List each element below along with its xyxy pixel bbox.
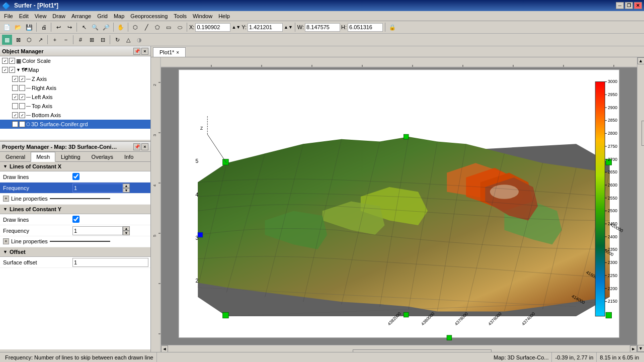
- scrollbar-h-left[interactable]: ◄: [161, 345, 168, 352]
- x-input[interactable]: [195, 23, 230, 32]
- add-layer-button[interactable]: +: [50, 35, 60, 45]
- map-contour-button[interactable]: ⊠: [13, 35, 23, 45]
- section-x-toggle[interactable]: ▼: [3, 164, 8, 169]
- scrollbar-horizontal[interactable]: ◄ ►: [161, 345, 637, 352]
- map-expand-icon[interactable]: ▼: [16, 67, 21, 72]
- tree-item-leftaxis[interactable]: — Left Axis: [0, 93, 150, 102]
- scrollbar-vertical[interactable]: ▲ ▼: [637, 57, 644, 352]
- frequency-y-up[interactable]: ▲: [123, 226, 130, 231]
- colorscale-check[interactable]: [9, 58, 15, 64]
- rightaxis-check[interactable]: [19, 85, 25, 91]
- leftaxis-vis-check[interactable]: [12, 94, 18, 100]
- titlebar-controls[interactable]: ─ ❐ ✕: [616, 2, 642, 9]
- line-props-y[interactable]: + Line properties: [0, 236, 150, 247]
- poly-button[interactable]: ⬠: [152, 22, 163, 32]
- pan-button[interactable]: ✋: [116, 22, 126, 32]
- obj-mgr-close-btn[interactable]: ×: [141, 48, 148, 55]
- menu-geoprocessing[interactable]: Geoprocessing: [127, 12, 171, 20]
- menu-help[interactable]: Help: [215, 12, 233, 20]
- grid2-button[interactable]: ⊞: [87, 35, 97, 45]
- section-offset-toggle[interactable]: ▼: [3, 249, 8, 254]
- ellipse-button[interactable]: ⬭: [175, 22, 185, 32]
- lock-btn[interactable]: 🔒: [387, 22, 397, 32]
- tree-item-rightaxis[interactable]: — Right Axis: [0, 83, 150, 93]
- obj-mgr-pin-btn[interactable]: 📌: [133, 48, 140, 55]
- menu-tools[interactable]: Tools: [171, 12, 190, 20]
- plot-tab-close[interactable]: ×: [176, 50, 179, 55]
- surface-vis-check[interactable]: [12, 121, 18, 127]
- zaxis-vis-check[interactable]: [12, 76, 18, 82]
- tree-item-colorscale[interactable]: ▦ Color Scale: [0, 56, 150, 65]
- colorscale-vis-check[interactable]: [2, 58, 8, 64]
- tab-overlays[interactable]: Overlays: [86, 152, 119, 161]
- minimize-button[interactable]: ─: [616, 2, 624, 9]
- y-input[interactable]: [248, 23, 283, 32]
- draw-lines-y-checkbox[interactable]: [72, 216, 79, 223]
- scrollbar-v-down[interactable]: ▼: [637, 345, 645, 352]
- plot-tab[interactable]: Plot1* ×: [153, 47, 186, 57]
- tree-item-3dsurface[interactable]: ⬡ 3D Surface-Conifer.grd: [0, 120, 150, 129]
- section-y-toggle[interactable]: ▼: [3, 207, 8, 212]
- topaxis-check[interactable]: [19, 103, 25, 109]
- w-input[interactable]: [305, 23, 340, 32]
- expand-line-x[interactable]: +: [3, 196, 9, 202]
- tree-item-bottomaxis[interactable]: — Bottom Axis: [0, 111, 150, 120]
- tree-item-zaxis[interactable]: — Z Axis: [0, 74, 150, 83]
- zoom-out-button[interactable]: 🔎: [101, 22, 111, 32]
- frequency-y-down[interactable]: ▼: [123, 231, 130, 235]
- scrollbar-h-thumb[interactable]: [353, 349, 491, 352]
- frequency-x-input[interactable]: [72, 184, 123, 193]
- tree-item-map[interactable]: ▼ 🗺 Map: [0, 65, 150, 74]
- menu-view[interactable]: View: [32, 12, 50, 20]
- prop-mgr-pin-btn[interactable]: 📌: [133, 143, 140, 150]
- expand-line-y[interactable]: +: [3, 238, 9, 244]
- menu-edit[interactable]: Edit: [16, 12, 32, 20]
- grid3-button[interactable]: ⊟: [98, 35, 108, 45]
- zaxis-check[interactable]: [19, 76, 25, 82]
- leftaxis-check[interactable]: [19, 94, 25, 100]
- draw-lines-x-checkbox[interactable]: [72, 173, 79, 180]
- bottomaxis-check[interactable]: [19, 112, 25, 118]
- line-button[interactable]: ╱: [141, 22, 151, 32]
- plot-surface[interactable]: 2 3 4 5 4382000 4380000 4378000 4376000 …: [161, 67, 637, 345]
- topaxis-vis-check[interactable]: [12, 103, 18, 109]
- tab-mesh[interactable]: Mesh: [31, 152, 55, 162]
- bottomaxis-vis-check[interactable]: [12, 112, 18, 118]
- tab-general[interactable]: General: [0, 152, 31, 161]
- select-button[interactable]: ↖: [79, 22, 89, 32]
- menu-window[interactable]: Window: [190, 12, 215, 20]
- rect-button[interactable]: ▭: [164, 22, 174, 32]
- surface-offset-input[interactable]: [72, 258, 148, 267]
- map-check[interactable]: [9, 67, 15, 73]
- frequency-x-up[interactable]: ▲: [123, 184, 130, 188]
- shade-button[interactable]: ◑: [134, 35, 144, 45]
- topo-button[interactable]: △: [123, 35, 133, 45]
- scrollbar-h-right[interactable]: ►: [630, 345, 637, 352]
- redo-button[interactable]: ↪: [64, 22, 74, 32]
- restore-button[interactable]: ❐: [625, 2, 633, 9]
- frequency-y-input[interactable]: [72, 226, 123, 235]
- tree-item-topaxis[interactable]: — Top Axis: [0, 102, 150, 111]
- save-button[interactable]: 💾: [24, 22, 34, 32]
- tab-info[interactable]: Info: [119, 152, 139, 161]
- zoom-in-button[interactable]: 🔍: [90, 22, 100, 32]
- frequency-x-down[interactable]: ▼: [123, 188, 130, 193]
- open-button[interactable]: 📂: [13, 22, 23, 32]
- map-color-button[interactable]: ▦: [2, 35, 12, 45]
- prop-mgr-close-btn[interactable]: ×: [141, 143, 148, 150]
- menu-draw[interactable]: Draw: [49, 12, 68, 20]
- scrollbar-v-thumb[interactable]: [641, 121, 645, 146]
- h-input[interactable]: [348, 23, 383, 32]
- rotate-button[interactable]: ↻: [112, 35, 122, 45]
- undo-button[interactable]: ↩: [53, 22, 63, 32]
- menu-grid[interactable]: Grid: [94, 12, 111, 20]
- scrollbar-v-up[interactable]: ▲: [637, 57, 645, 64]
- map-vector-button[interactable]: ↗: [35, 35, 45, 45]
- menu-map[interactable]: Map: [111, 12, 127, 20]
- surface-check[interactable]: [19, 121, 25, 127]
- node-button[interactable]: ⬡: [130, 22, 140, 32]
- close-button[interactable]: ✕: [634, 2, 642, 9]
- rightaxis-vis-check[interactable]: [12, 85, 18, 91]
- remove-layer-button[interactable]: −: [61, 35, 71, 45]
- new-button[interactable]: 📄: [2, 22, 12, 32]
